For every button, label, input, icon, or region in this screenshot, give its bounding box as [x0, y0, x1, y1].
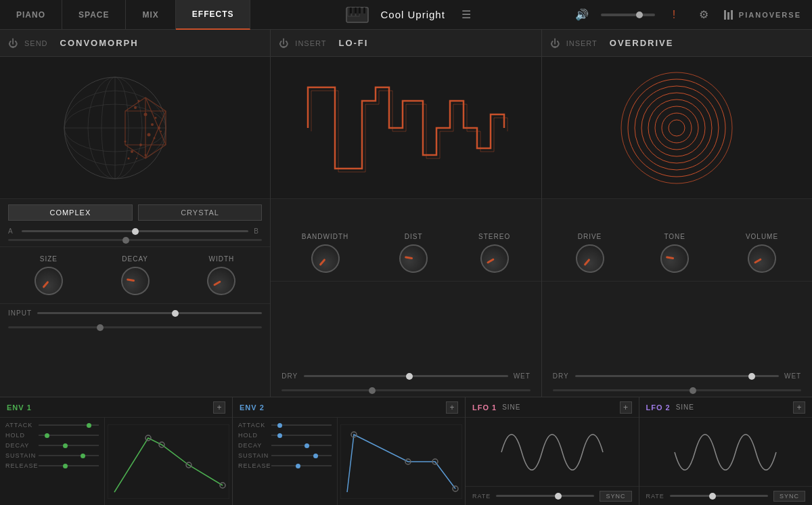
sphere-viz	[41, 60, 230, 196]
volume-button[interactable]: 🔊	[571, 4, 593, 26]
input-slider-thumb	[172, 310, 179, 317]
lfo2-panel: LFO 2 SINE + RATE SYNC	[639, 397, 813, 505]
env1-sustain-slider[interactable]	[39, 455, 99, 456]
settings-button[interactable]: ⚙	[693, 4, 715, 26]
tab-piano[interactable]: PIANO	[0, 0, 62, 30]
lfo1-rate-slider[interactable]	[496, 495, 594, 497]
lfo2-rate-slider[interactable]	[670, 495, 768, 497]
env2-release-row: RELEASE	[238, 462, 332, 469]
env2-decay-slider[interactable]	[271, 445, 332, 446]
env1-viz	[108, 424, 229, 499]
convomorph-visualizer	[0, 57, 270, 199]
overdrive-sub-slider[interactable]	[553, 389, 801, 391]
env1-attack-row: ATTACK	[5, 422, 99, 429]
lofi-knobs: BANDWIDTH DIST STEREO	[271, 199, 541, 282]
lfo2-sync-btn[interactable]: SYNC	[773, 491, 805, 502]
lfo1-plus-btn[interactable]: +	[620, 401, 632, 414]
svg-rect-7	[363, 7, 365, 14]
volume-icon: 🔊	[575, 8, 589, 21]
dist-knob[interactable]	[397, 242, 430, 276]
tone-knob[interactable]	[658, 242, 692, 276]
lofi-drywet-slider[interactable]	[304, 375, 508, 377]
lofi-sub-slider[interactable]	[281, 389, 530, 391]
input-sub-slider[interactable]	[8, 326, 262, 328]
env1-title: ENV 1	[7, 403, 32, 412]
drive-knob[interactable]	[570, 238, 610, 278]
lfo2-graph	[639, 418, 813, 486]
dist-label: DIST	[405, 233, 423, 240]
width-knob[interactable]	[202, 261, 241, 300]
tab-space[interactable]: SPACE	[62, 0, 126, 30]
env1-graph	[105, 418, 232, 505]
decay-knob[interactable]	[118, 265, 152, 298]
env2-attack-slider[interactable]	[271, 424, 332, 426]
overdrive-header: ⏻ INSERT OVERDRIVE	[542, 30, 812, 57]
env1-hold-label: HOLD	[5, 432, 36, 439]
overdrive-drywet-thumb	[748, 373, 755, 380]
lfo1-sync-btn[interactable]: SYNC	[600, 491, 631, 502]
volume-knob[interactable]	[742, 239, 781, 278]
drive-knob-group: DRIVE	[576, 233, 604, 273]
env1-decay-thumb	[63, 443, 68, 448]
env2-plus-btn[interactable]: +	[446, 401, 458, 414]
env2-hold-slider[interactable]	[271, 435, 332, 436]
convomorph-power-btn[interactable]: ⏻	[8, 38, 18, 49]
lfo2-rate-label: RATE	[646, 493, 664, 500]
lfo2-plus-btn[interactable]: +	[793, 401, 805, 414]
input-slider[interactable]	[37, 312, 262, 314]
lfo2-type: SINE	[676, 403, 694, 411]
lofi-wet-label: WET	[514, 372, 531, 380]
svg-rect-52	[340, 424, 462, 499]
env1-header: ENV 1 +	[0, 397, 232, 418]
tab-mix[interactable]: MIX	[126, 0, 175, 30]
env2-attack-label: ATTACK	[238, 422, 269, 429]
lofi-panel: ⏻ INSERT LO-FI BANDWIDTH DIST	[271, 30, 541, 397]
overdrive-power-btn[interactable]: ⏻	[550, 38, 560, 49]
svg-point-44	[635, 86, 719, 170]
preset-buttons: COMPLEX CRYSTAL	[8, 204, 262, 221]
svg-point-23	[131, 150, 133, 153]
preset-complex-btn[interactable]: COMPLEX	[8, 204, 133, 221]
ab-slider[interactable]	[22, 230, 248, 232]
svg-point-40	[662, 113, 692, 143]
size-label: SIZE	[40, 255, 58, 263]
bandwidth-knob[interactable]	[305, 238, 345, 278]
env1-attack-slider[interactable]	[39, 424, 99, 426]
env1-plus-btn[interactable]: +	[213, 401, 225, 414]
lofi-power-btn[interactable]: ⏻	[279, 38, 288, 49]
env2-title: ENV 2	[240, 403, 265, 412]
env1-attack-label: ATTACK	[5, 422, 36, 429]
hamburger-button[interactable]: ☰	[456, 5, 476, 24]
lfo2-body	[639, 418, 813, 486]
overdrive-dry-wet: DRY WET	[542, 367, 812, 385]
overdrive-drywet-slider[interactable]	[575, 375, 779, 377]
env1-hold-slider[interactable]	[39, 435, 99, 436]
env1-release-row: RELEASE	[5, 462, 99, 469]
svg-rect-6	[359, 7, 361, 14]
overdrive-knobs: DRIVE TONE VOLUME	[542, 199, 812, 282]
lofi-visualizer	[271, 57, 541, 199]
tab-effects[interactable]: EFFECTS	[176, 0, 251, 30]
input-label: INPUT	[8, 309, 32, 317]
width-label: WIDTH	[209, 255, 235, 263]
env1-attack-thumb	[87, 423, 91, 428]
lfo1-rate-label: RATE	[472, 493, 491, 500]
stereo-knob[interactable]	[475, 239, 514, 278]
preset-crystal-btn[interactable]: CRYSTAL	[138, 204, 263, 221]
nav-center: Cool Upright ☰	[250, 5, 570, 24]
env1-decay-slider[interactable]	[39, 445, 99, 446]
env2-release-slider[interactable]	[271, 465, 332, 466]
lfo1-header: LFO 1 SINE +	[466, 397, 639, 418]
sub-slider[interactable]	[8, 239, 262, 241]
env1-release-slider[interactable]	[39, 465, 99, 466]
volume-slider[interactable]	[601, 14, 655, 16]
env2-sustain-slider[interactable]	[271, 455, 332, 456]
env1-panel: ENV 1 + ATTACK HOLD DECAY	[0, 397, 233, 505]
env2-header: ENV 2 +	[233, 397, 465, 418]
info-button[interactable]: !	[663, 4, 685, 26]
env1-decay-label: DECAY	[5, 442, 36, 449]
bandwidth-knob-group: BANDWIDTH	[302, 233, 349, 273]
bandwidth-label: BANDWIDTH	[302, 233, 349, 240]
env2-release-label: RELEASE	[238, 462, 269, 469]
size-knob[interactable]	[28, 261, 68, 301]
